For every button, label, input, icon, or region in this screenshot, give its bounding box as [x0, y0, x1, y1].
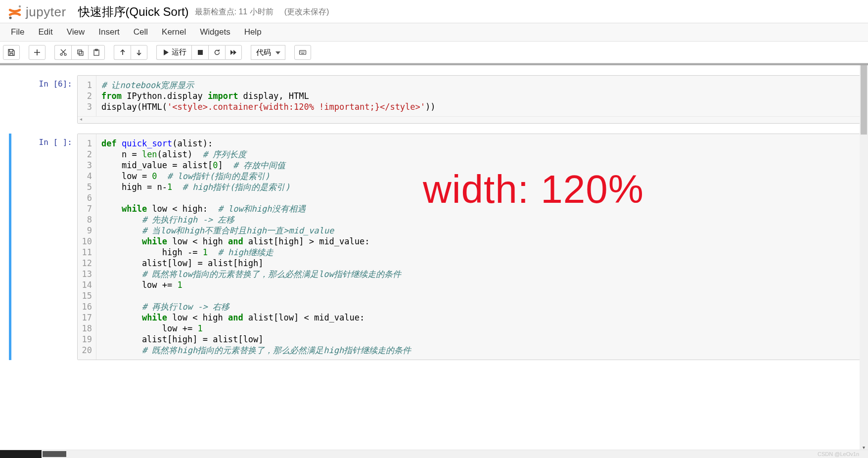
run-button[interactable]: 运行 [156, 45, 191, 60]
annotation-overlay: width: 120% [423, 167, 644, 212]
run-label: 运行 [172, 47, 186, 57]
input-prompt: In [ ]: [9, 134, 77, 360]
plus-icon [33, 48, 41, 56]
arrow-down-icon [135, 48, 143, 56]
paste-icon [92, 48, 100, 56]
arrow-up-icon [119, 48, 127, 56]
svg-rect-8 [198, 50, 203, 55]
cut-icon [59, 48, 67, 56]
notebook: In [6]:123# 让notebook宽屏显示 from IPython.d… [0, 65, 868, 360]
jupyter-logo-icon [7, 4, 23, 20]
menu-help[interactable]: Help [237, 24, 269, 40]
save-button[interactable] [3, 45, 20, 60]
taskbar [0, 450, 868, 458]
copy-button[interactable] [71, 45, 88, 60]
line-gutter: 123 [78, 76, 96, 116]
notebook-header: jupyter 快速排序(Quick Sort) 最新检查点: 11 小时前 (… [0, 0, 868, 23]
celltype-select[interactable]: 代码 [251, 45, 285, 60]
line-gutter: 1234567891011121314151617181920 [78, 134, 96, 360]
notebook-container: In [6]:123# 让notebook宽屏显示 from IPython.d… [0, 63, 868, 452]
jupyter-logo[interactable]: jupyter [7, 4, 66, 20]
menu-cell[interactable]: Cell [127, 24, 155, 40]
input-area[interactable]: 123# 让notebook宽屏显示 from IPython.display … [77, 75, 868, 124]
taskbar-item-2[interactable] [43, 451, 66, 457]
menubar: File Edit View Insert Cell Kernel Widget… [0, 23, 868, 42]
svg-point-0 [19, 5, 21, 7]
restart-icon [213, 48, 221, 56]
menu-edit[interactable]: Edit [31, 24, 59, 40]
horizontal-scrollbar[interactable] [78, 116, 868, 123]
svg-point-2 [60, 53, 62, 55]
add-cell-button[interactable] [29, 45, 46, 60]
menu-view[interactable]: View [60, 24, 92, 40]
code-cell[interactable]: In [6]:123# 让notebook宽屏显示 from IPython.d… [9, 75, 868, 124]
svg-rect-4 [78, 50, 82, 54]
svg-point-3 [64, 53, 66, 55]
menu-file[interactable]: File [4, 24, 31, 40]
svg-point-1 [9, 16, 11, 19]
copy-icon [76, 48, 84, 56]
menu-kernel[interactable]: Kernel [155, 24, 193, 40]
paste-button[interactable] [88, 45, 105, 60]
unsaved-indicator: (更改未保存) [284, 7, 329, 17]
toolbar: 运行 代码 [0, 42, 868, 63]
move-up-button[interactable] [114, 45, 131, 60]
fast-forward-icon [229, 48, 237, 56]
interrupt-button[interactable] [191, 45, 208, 60]
svg-rect-5 [79, 51, 83, 55]
cut-button[interactable] [54, 45, 71, 60]
menu-widgets[interactable]: Widgets [193, 24, 237, 40]
notebook-title[interactable]: 快速排序(Quick Sort) [78, 4, 189, 20]
command-palette-button[interactable] [294, 45, 311, 60]
menu-insert[interactable]: Insert [91, 24, 127, 40]
move-down-button[interactable] [131, 45, 147, 60]
play-icon [162, 48, 170, 56]
watermark: CSDN @LeOv1n [818, 451, 859, 457]
jupyter-logo-text: jupyter [26, 4, 66, 20]
taskbar-item[interactable] [0, 450, 42, 458]
vertical-scrollbar[interactable]: ▴▾ [860, 65, 868, 452]
restart-run-all-button[interactable] [225, 45, 242, 60]
restart-button[interactable] [208, 45, 225, 60]
stop-icon [196, 48, 204, 56]
code-editor[interactable]: # 让notebook宽屏显示 from IPython.display imp… [96, 76, 868, 116]
keyboard-icon [299, 48, 307, 56]
input-prompt: In [6]: [9, 75, 77, 124]
save-icon [7, 48, 15, 56]
checkpoint-text: 最新检查点: 11 小时前 [195, 7, 274, 17]
